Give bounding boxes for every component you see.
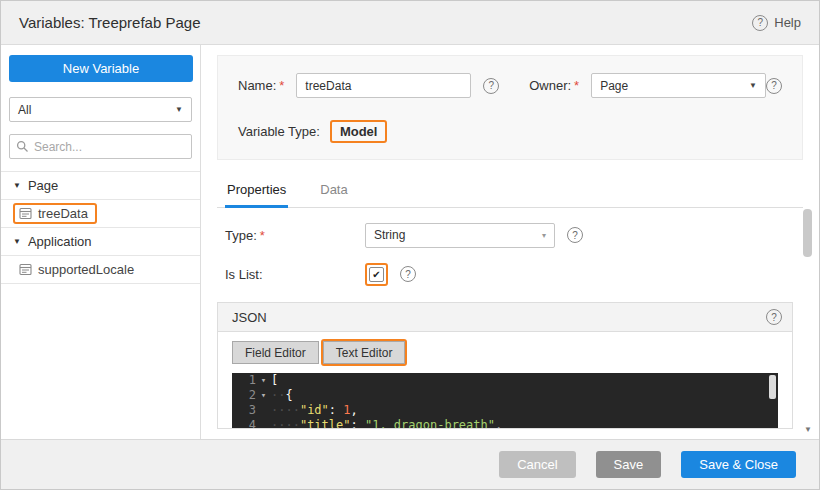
line-number: 1 [232,373,256,388]
main-scrollbar[interactable]: ▼ [802,207,814,435]
help-icon: ? [752,15,768,31]
json-help-icon[interactable]: ? [766,309,782,325]
type-help-icon[interactable]: ? [567,227,583,243]
code-line[interactable]: 2▾··{ [232,388,778,403]
variable-detail-panel: Name:* ? Owner:* Page ▼ ? Variable Type:… [201,45,819,439]
variable-icon [19,263,32,276]
dialog-body: New Variable All ▼ ▼ Page [1,45,819,439]
variable-filter-select[interactable]: All ▼ [9,97,192,122]
dialog-header: Variables: Treeprefab Page ? Help [1,1,819,45]
type-row: Type:* String ▾ ? [225,222,803,248]
field-editor-button[interactable]: Field Editor [232,341,319,364]
help-link[interactable]: ? Help [752,15,801,31]
detail-tabs: Properties Data [217,176,803,208]
is-list-row: Is List: ✔ ? [225,261,803,287]
variable-icon [19,207,32,220]
code-text: ····"title": "1. dragon-breath", [271,418,502,429]
json-panel-header: JSON ? [218,303,792,332]
search-icon [16,140,29,153]
annotation-box-text-editor: Text Editor [321,339,408,366]
variables-dialog: Variables: Treeprefab Page ? Help New Va… [0,0,820,490]
json-code-editor[interactable]: 1▾[2▾··{3····"id": 1,4····"title": "1. d… [232,373,778,429]
name-input[interactable] [296,73,471,98]
owner-help-icon[interactable]: ? [766,78,782,94]
json-editor-toolbar: Field Editor Text Editor [218,332,792,373]
type-selected-value: String [374,228,405,242]
fold-arrow-icon[interactable]: ▾ [256,373,271,388]
code-line[interactable]: 3····"id": 1, [232,403,778,418]
owner-selected-value: Page [600,79,628,93]
cancel-button[interactable]: Cancel [499,451,575,478]
search-input[interactable] [34,140,182,154]
code-text: ····"id": 1, [271,403,358,418]
owner-label: Owner:* [529,78,579,93]
is-list-checkbox[interactable]: ✔ [369,267,384,282]
json-panel: JSON ? Field Editor Text Editor 1▾[2▾··{… [217,302,793,429]
variables-sidebar: New Variable All ▼ ▼ Page [1,45,201,439]
type-label: Type:* [225,228,365,243]
check-icon: ✔ [372,269,380,280]
fold-arrow-icon[interactable]: ▾ [256,388,271,403]
variables-tree: ▼ Page treeData ▼ [1,171,200,284]
code-text: [ [271,373,278,388]
code-line[interactable]: 1▾[ [232,373,778,388]
required-mark: * [574,78,579,93]
chevron-down-icon: ▾ [542,231,546,240]
tree-item-treedata[interactable]: treeData [1,200,200,228]
line-number: 2 [232,388,256,403]
json-panel-title: JSON [232,310,267,325]
chevron-down-icon: ▼ [175,105,183,114]
code-text: ··{ [271,388,293,403]
tree-group-application[interactable]: ▼ Application [1,228,200,256]
fold-spacer [256,403,271,418]
code-line[interactable]: 4····"title": "1. dragon-breath", [232,418,778,429]
owner-select[interactable]: Page ▼ [591,73,766,98]
is-list-label: Is List: [225,267,365,282]
tree-group-label: Application [28,234,92,249]
tree-group-page[interactable]: ▼ Page [1,172,200,200]
fold-spacer [256,418,271,429]
name-owner-row: Name:* ? Owner:* Page ▼ ? [238,73,782,98]
type-select[interactable]: String ▾ [365,223,555,248]
scroll-down-arrow-icon[interactable]: ▼ [802,423,814,435]
new-variable-button[interactable]: New Variable [9,55,193,82]
variable-form: Name:* ? Owner:* Page ▼ ? Variable Type:… [217,55,803,160]
tree-item-inner: supportedLocale [13,262,134,277]
variable-type-row: Variable Type: Model [238,120,782,143]
annotation-box-treedata: treeData [13,203,97,224]
is-list-help-icon[interactable]: ? [400,266,416,282]
tab-properties[interactable]: Properties [225,176,288,208]
tree-item-supportedlocale[interactable]: supportedLocale [1,256,200,284]
search-box[interactable] [9,134,192,159]
save-button[interactable]: Save [596,451,662,478]
name-label: Name:* [238,78,284,93]
tree-group-label: Page [28,178,58,193]
line-number: 4 [232,418,256,429]
scrollbar-thumb[interactable] [803,209,812,257]
properties-section: Type:* String ▾ ? Is List: ✔ ? [217,222,803,287]
tree-item-label: treeData [38,206,88,221]
editor-scrollbar-thumb[interactable] [769,375,776,399]
annotation-box-is-list: ✔ [365,263,388,286]
dialog-footer: Cancel Save Save & Close [1,439,819,489]
triangle-down-icon: ▼ [13,181,21,190]
variable-type-value: Model [330,120,388,143]
code-editor-lines: 1▾[2▾··{3····"id": 1,4····"title": "1. d… [232,373,778,429]
page-title: Variables: Treeprefab Page [19,14,201,31]
help-label: Help [774,15,801,30]
tab-data[interactable]: Data [318,176,349,207]
save-close-button[interactable]: Save & Close [681,451,796,478]
chevron-down-icon: ▼ [749,81,757,90]
line-number: 3 [232,403,256,418]
required-mark: * [279,78,284,93]
name-help-icon[interactable]: ? [483,78,499,94]
required-mark: * [260,228,265,243]
tree-item-label: supportedLocale [38,262,134,277]
triangle-down-icon: ▼ [13,237,21,246]
text-editor-button[interactable]: Text Editor [323,341,406,364]
variable-type-label: Variable Type: [238,124,320,139]
filter-selected-value: All [18,103,31,117]
